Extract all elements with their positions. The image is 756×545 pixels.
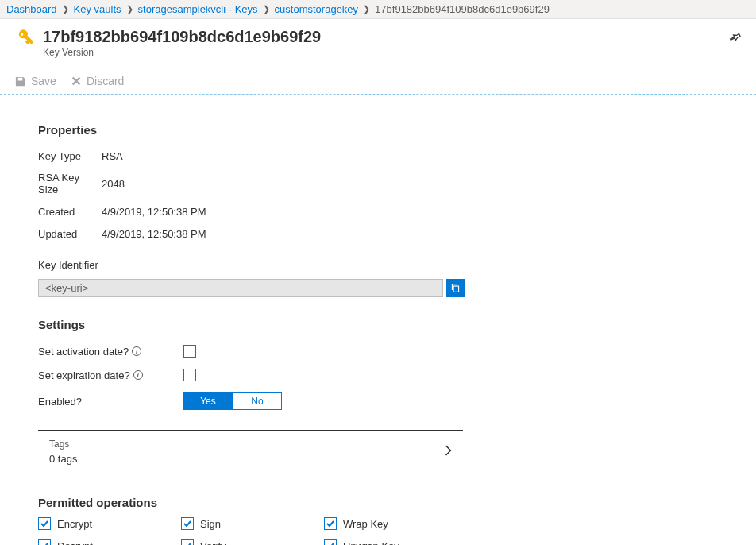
- op-checkbox[interactable]: [181, 517, 194, 530]
- enabled-toggle: Yes No: [183, 392, 282, 410]
- op-label: Encrypt: [57, 518, 92, 530]
- op-label: Wrap Key: [343, 518, 388, 530]
- op-label: Sign: [200, 518, 221, 530]
- enabled-row: Enabled? Yes No: [38, 387, 718, 416]
- op-checkbox[interactable]: [38, 517, 51, 530]
- expiration-checkbox[interactable]: [183, 369, 196, 381]
- enabled-yes-button[interactable]: Yes: [183, 392, 233, 410]
- prop-label: Updated: [38, 228, 102, 240]
- op-wrapkey: Wrap Key: [324, 517, 467, 530]
- prop-row: Key Type RSA: [38, 145, 718, 167]
- prop-row: Created 4/9/2019, 12:50:38 PM: [38, 200, 718, 222]
- page-subtitle: Key Version: [43, 47, 321, 58]
- breadcrumb-current: 17bf9182bb694f109b8dc6d1e9b69f29: [375, 3, 550, 15]
- page-header: 17bf9182bb694f109b8dc6d1e9b69f29 Key Ver…: [0, 19, 756, 68]
- prop-value: 4/9/2019, 12:50:38 PM: [102, 228, 206, 240]
- copy-button[interactable]: [446, 279, 465, 297]
- breadcrumb-dashboard[interactable]: Dashboard: [6, 3, 57, 15]
- op-unwrapkey: Unwrap Key: [324, 539, 467, 545]
- key-icon: [14, 29, 35, 52]
- expiration-label: Set expiration date?: [38, 369, 130, 381]
- tags-section[interactable]: Tags 0 tags: [38, 430, 463, 473]
- permitted-ops-grid: Encrypt Sign Wrap Key Decrypt Verify Unw…: [38, 517, 718, 545]
- breadcrumb-vault[interactable]: storagesamplekvcli - Keys: [138, 3, 258, 15]
- properties-title: Properties: [38, 123, 718, 137]
- content-area: Properties Key Type RSA RSA Key Size 204…: [0, 95, 756, 545]
- toolbar: Save Discard: [0, 68, 756, 95]
- op-label: Decrypt: [57, 540, 93, 546]
- prop-label: Key Type: [38, 150, 102, 162]
- pin-button[interactable]: [729, 30, 742, 45]
- tags-count: 0 tags: [49, 453, 77, 465]
- svg-rect-0: [453, 286, 459, 292]
- op-verify: Verify: [181, 539, 324, 545]
- activation-row: Set activation date? i: [38, 339, 718, 363]
- enabled-label: Enabled?: [38, 396, 82, 408]
- discard-label: Discard: [87, 75, 124, 87]
- info-icon[interactable]: i: [132, 346, 141, 356]
- op-encrypt: Encrypt: [38, 517, 181, 530]
- op-label: Verify: [200, 540, 226, 546]
- activation-checkbox[interactable]: [183, 345, 196, 358]
- prop-label: Created: [38, 206, 102, 218]
- key-identifier-row: [38, 279, 718, 297]
- op-checkbox[interactable]: [181, 539, 194, 545]
- properties-table: Key Type RSA RSA Key Size 2048 Created 4…: [38, 145, 718, 245]
- breadcrumb-key[interactable]: customstoragekey: [275, 3, 359, 15]
- prop-value: RSA: [102, 150, 123, 162]
- chevron-right-icon: ❯: [62, 4, 69, 14]
- settings-title: Settings: [38, 318, 718, 331]
- op-checkbox[interactable]: [324, 539, 337, 545]
- expiration-row: Set expiration date? i: [38, 363, 718, 387]
- key-identifier-input[interactable]: [38, 279, 443, 297]
- chevron-right-icon: ❯: [126, 4, 133, 14]
- chevron-right-icon: ❯: [363, 4, 370, 14]
- key-identifier-label: Key Identifier: [38, 259, 718, 271]
- save-button[interactable]: Save: [14, 75, 56, 87]
- op-label: Unwrap Key: [343, 540, 399, 546]
- page-title: 17bf9182bb694f109b8dc6d1e9b69f29: [43, 27, 321, 46]
- tags-label: Tags: [49, 439, 77, 450]
- prop-label: RSA Key Size: [38, 172, 102, 195]
- prop-row: Updated 4/9/2019, 12:50:38 PM: [38, 222, 718, 245]
- op-checkbox[interactable]: [324, 517, 337, 530]
- discard-button[interactable]: Discard: [71, 75, 124, 87]
- permitted-ops-title: Permitted operations: [38, 496, 718, 509]
- prop-row: RSA Key Size 2048: [38, 167, 718, 200]
- chevron-right-icon: [445, 445, 452, 458]
- info-icon[interactable]: i: [133, 370, 143, 380]
- prop-value: 2048: [102, 178, 125, 190]
- save-label: Save: [31, 75, 56, 87]
- breadcrumb: Dashboard ❯ Key vaults ❯ storagesamplekv…: [0, 0, 756, 19]
- activation-label: Set activation date?: [38, 346, 129, 358]
- op-checkbox[interactable]: [38, 539, 51, 545]
- prop-value: 4/9/2019, 12:50:38 PM: [102, 206, 206, 218]
- breadcrumb-keyvaults[interactable]: Key vaults: [74, 3, 122, 15]
- enabled-no-button[interactable]: No: [233, 392, 282, 410]
- op-decrypt: Decrypt: [38, 539, 181, 545]
- op-sign: Sign: [181, 517, 324, 530]
- chevron-right-icon: ❯: [263, 4, 270, 14]
